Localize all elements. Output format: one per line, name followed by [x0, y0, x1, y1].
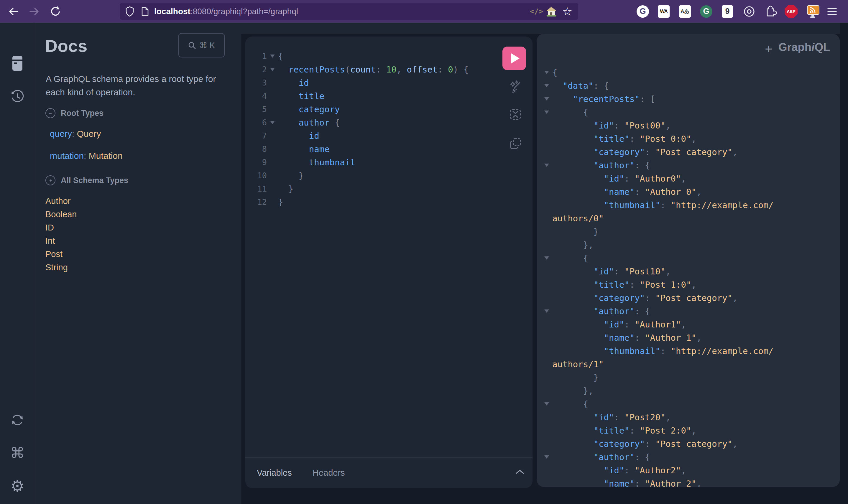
history-plugin-button[interactable]	[0, 86, 35, 107]
fold-arrow-icon[interactable]	[267, 55, 278, 58]
extension-adblock-icon[interactable]: ABP	[784, 0, 798, 23]
line-number: 9	[245, 158, 267, 167]
type-link-boolean[interactable]: Boolean	[46, 208, 77, 221]
refresh-icon	[11, 413, 24, 427]
editor-line[interactable]: 10 }	[245, 169, 532, 182]
docs-description-line1: A GraphQL schema provides a root type fo…	[46, 72, 234, 86]
response-line: "category": "Post category",	[544, 437, 738, 450]
play-icon	[511, 53, 519, 64]
type-link-int[interactable]: Int	[46, 234, 55, 248]
query-type-link[interactable]: Query	[77, 129, 101, 139]
separator: :	[72, 129, 77, 139]
root-type-query[interactable]: query: Query	[50, 129, 101, 139]
editor-line[interactable]: 12}	[245, 195, 532, 209]
menu-hamburger-icon[interactable]	[827, 0, 837, 23]
bookmark-star-icon[interactable]: ☆	[562, 3, 572, 20]
add-tab-button[interactable]: +	[761, 41, 776, 56]
docs-plugin-button[interactable]	[0, 53, 35, 74]
extension-translate-icon[interactable]: Aあ	[679, 0, 691, 23]
shield-icon[interactable]	[125, 3, 134, 20]
code-text: "id": "Author1",	[552, 320, 686, 329]
editor-line[interactable]: 4 title	[245, 89, 532, 103]
mutation-field-name[interactable]: mutation	[50, 151, 84, 161]
page-info-icon[interactable]	[141, 3, 149, 20]
extension-nine-icon[interactable]: 9	[722, 0, 733, 23]
code-text: {	[552, 253, 588, 263]
response-line: authors/1"	[544, 358, 604, 371]
mutation-type-link[interactable]: Mutation	[89, 151, 123, 161]
tab-variables[interactable]: Variables	[257, 458, 292, 488]
response-line: "category": "Post category",	[544, 291, 738, 304]
fold-arrow-icon[interactable]	[544, 402, 552, 406]
code-text: category	[278, 104, 340, 114]
fold-arrow-icon[interactable]	[544, 256, 552, 260]
tab-headers[interactable]: Headers	[313, 458, 345, 488]
type-link-string[interactable]: String	[46, 261, 68, 274]
forward-button[interactable]	[26, 0, 42, 23]
fold-arrow-icon[interactable]	[544, 110, 552, 114]
code-text: }	[552, 227, 599, 237]
response-line: "id": "Author1",	[544, 318, 686, 331]
response-line: "data": {	[544, 79, 609, 92]
extension-wolframalpha-icon[interactable]: WA	[658, 0, 670, 23]
fold-arrow-icon[interactable]	[267, 121, 278, 124]
editor-line[interactable]: 2 recentPosts(count: 10, offset: 0) {	[245, 63, 532, 76]
root-type-mutation[interactable]: mutation: Mutation	[50, 151, 123, 161]
home-icon[interactable]	[546, 3, 557, 20]
back-button[interactable]	[5, 0, 22, 23]
type-link-post[interactable]: Post	[46, 248, 63, 261]
fold-arrow-icon[interactable]	[544, 71, 552, 74]
copy-query-button[interactable]	[509, 137, 522, 150]
collapse-tools-button[interactable]	[515, 469, 525, 475]
query-editor-panel[interactable]: 1{2 recentPosts(count: 10, offset: 0) {3…	[245, 37, 532, 488]
extension-rss-icon[interactable]	[806, 0, 819, 23]
reload-button[interactable]	[47, 0, 64, 23]
url-text[interactable]: localhost:8080/graphiql?path=/graphql	[154, 3, 298, 20]
settings-gear-icon[interactable]: ⚙	[0, 476, 35, 496]
session-top-strip	[241, 23, 840, 34]
extensions-puzzle-icon[interactable]	[764, 0, 777, 23]
editor-line[interactable]: 5 category	[245, 103, 532, 116]
query-field-name[interactable]: query	[50, 129, 72, 139]
editor-line[interactable]: 7 id	[245, 129, 532, 142]
plugin-rail: ⌘ ⚙	[0, 23, 35, 504]
extension-g-icon[interactable]: G	[637, 0, 649, 23]
root-types-section: ~ Root Types	[46, 108, 104, 118]
editor-line[interactable]: 9 thumbnail	[245, 156, 532, 169]
docs-search-box[interactable]: ⌘ K	[178, 33, 225, 57]
line-number: 4	[245, 91, 267, 101]
fold-arrow-icon[interactable]	[544, 164, 552, 167]
extension-grammarly-icon[interactable]: G	[700, 0, 712, 23]
type-link-author[interactable]: Author	[46, 195, 70, 208]
merge-fragments-button[interactable]	[509, 108, 522, 121]
prettify-button[interactable]	[509, 80, 522, 94]
editor-line[interactable]: 1{	[245, 50, 532, 63]
url-bar[interactable]: localhost:8080/graphiql?path=/graphql </…	[120, 3, 578, 20]
code-text: "name": "Author 0",	[552, 187, 702, 197]
docs-description-line2: each kind of operation.	[46, 86, 234, 99]
code-text: {	[552, 399, 588, 409]
editor-line[interactable]: 3 id	[245, 76, 532, 89]
editor-line[interactable]: 8 name	[245, 142, 532, 156]
fold-arrow-icon[interactable]	[544, 97, 552, 101]
code-text: author {	[278, 118, 340, 128]
refetch-schema-button[interactable]	[0, 410, 35, 430]
extension-ring-icon[interactable]	[743, 0, 755, 23]
response-line: }	[544, 371, 599, 384]
editor-line[interactable]: 6 author {	[245, 116, 532, 129]
fold-arrow-icon[interactable]	[544, 455, 552, 458]
type-link-id[interactable]: ID	[46, 221, 54, 234]
line-number: 8	[245, 144, 267, 154]
response-line: "title": "Post 1:0",	[544, 278, 696, 291]
code-extension-icon[interactable]: </>	[530, 3, 543, 20]
code-text: "recentPosts": [	[552, 94, 655, 104]
code-text: authors/0"	[552, 213, 604, 223]
fold-arrow-icon[interactable]	[544, 309, 552, 313]
code-glyph: </>	[530, 7, 543, 16]
editor-line[interactable]: 11 }	[245, 182, 532, 195]
graphiql-logo: GraphiQL	[778, 41, 829, 54]
fold-arrow-icon[interactable]	[544, 84, 552, 87]
shortcuts-command-icon[interactable]: ⌘	[0, 443, 35, 463]
fold-arrow-icon[interactable]	[267, 68, 278, 71]
execute-query-button[interactable]	[502, 47, 526, 70]
